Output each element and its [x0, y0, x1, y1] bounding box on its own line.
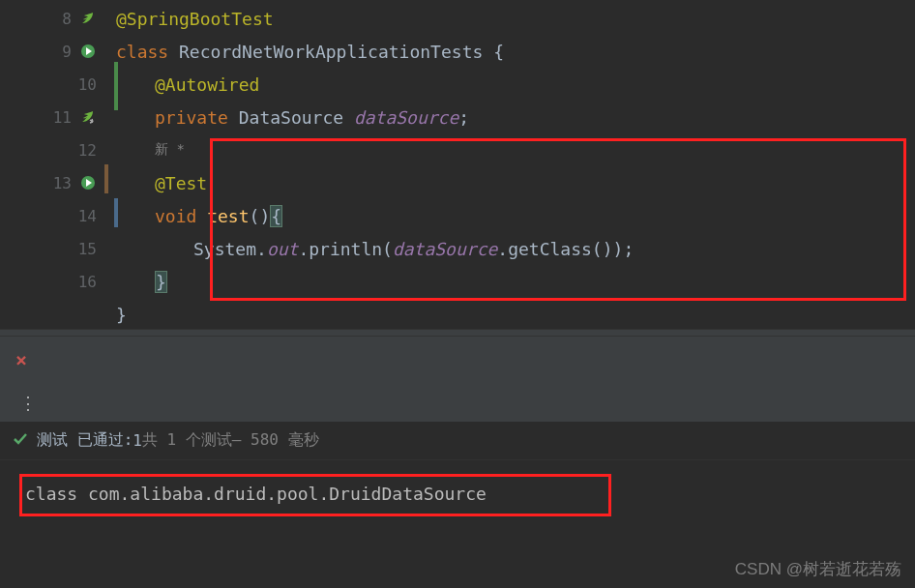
method-name: test [207, 206, 249, 226]
code-content[interactable]: @SpringBootTest class RecordNetWorkAppli… [106, 0, 915, 329]
hint-text: 新 * [155, 141, 185, 159]
close-icon[interactable]: × [15, 348, 27, 371]
class-name: RecordNetWorkApplicationTests [179, 42, 493, 62]
annotation: @SpringBootTest [116, 9, 274, 29]
class-ref: System [193, 239, 256, 259]
line-number: 10 [68, 75, 97, 94]
test-pass-count: 1 [133, 431, 142, 450]
more-icon[interactable]: ⋮ [19, 393, 39, 413]
brace: { [493, 42, 504, 62]
spring-icon[interactable] [79, 10, 97, 27]
static-field: out [267, 239, 299, 259]
line-number: 9 [43, 43, 72, 61]
brace: } [116, 305, 127, 325]
line-number: 16 [68, 273, 97, 291]
code-editor[interactable]: 8 9 10 11 12 13 14 15 16 [0, 0, 915, 329]
line-number: 8 [43, 10, 72, 28]
type: DataSource [239, 107, 354, 128]
line-number: 13 [43, 174, 72, 192]
semicolon: ; [458, 107, 469, 128]
output-line: class com.alibaba.druid.pool.DruidDataSo… [25, 484, 487, 504]
editor-gutter: 8 9 10 11 12 13 14 15 16 [0, 0, 106, 329]
keyword: private [155, 107, 239, 128]
keyword: class [116, 42, 179, 62]
keyword: void [155, 206, 207, 226]
annotation: @Autowired [155, 74, 259, 95]
test-status-label: 测试 已通过: [37, 430, 133, 451]
check-icon [12, 429, 29, 453]
console-toolbar: ⋮ [0, 383, 915, 422]
test-total-label: 共 1 个测试 [142, 430, 232, 451]
brace: } [155, 271, 167, 293]
run-test-icon[interactable] [79, 43, 97, 60]
line-number: 11 [43, 108, 72, 127]
watermark: CSDN @树若逝花若殇 [735, 558, 901, 580]
bean-icon[interactable] [79, 108, 97, 126]
field: dataSource [354, 107, 458, 128]
method-call: getClass [508, 239, 592, 259]
test-status-bar: 测试 已通过: 1 共 1 个测试 – 580 毫秒 [0, 422, 915, 460]
run-test-icon[interactable] [79, 174, 97, 191]
tool-window-tabs: × [0, 337, 915, 383]
console-output[interactable]: class com.alibaba.druid.pool.DruidDataSo… [0, 464, 915, 522]
method-call: println [309, 239, 382, 259]
line-number: 12 [68, 141, 97, 160]
test-duration: – 580 毫秒 [232, 430, 319, 451]
field-ref: dataSource [393, 239, 497, 259]
parens: () [250, 206, 271, 226]
brace: { [270, 205, 282, 227]
annotation: @Test [155, 173, 207, 193]
line-number: 14 [68, 207, 97, 225]
line-number: 15 [68, 240, 97, 258]
